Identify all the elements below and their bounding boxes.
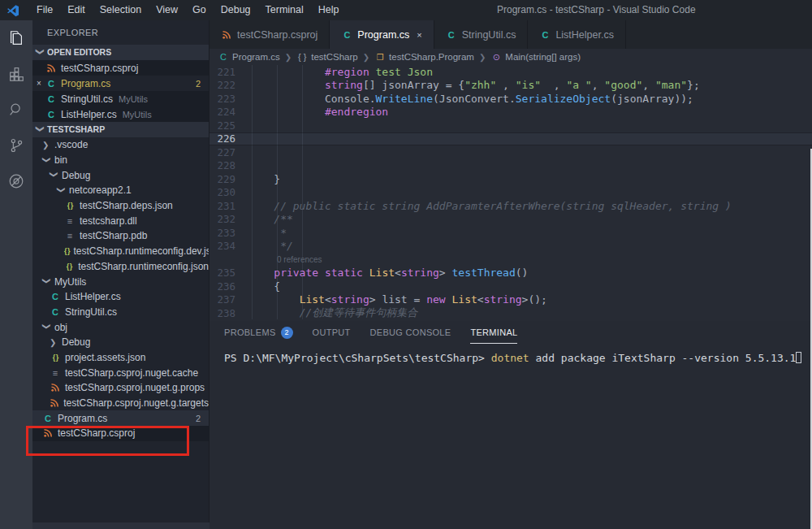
line-number: 233 bbox=[209, 227, 248, 239]
breadcrumb-item[interactable]: ❒testCSharp.Program bbox=[374, 52, 474, 62]
tree-item[interactable]: ❯netcoreapp2.1 bbox=[32, 183, 209, 198]
tree-item[interactable]: ❯obj bbox=[32, 319, 209, 335]
code-line[interactable]: 237 List<string> list = new List<string>… bbox=[209, 293, 812, 307]
chevron-down-icon: ❯ bbox=[42, 278, 51, 286]
tree-item-label: ListHelper.cs bbox=[65, 291, 121, 302]
code-line[interactable]: 236 { bbox=[209, 280, 812, 293]
extensions-icon[interactable] bbox=[0, 56, 32, 92]
tree-item[interactable]: { }testCSharp.deps.json bbox=[32, 198, 209, 214]
tab-listhelper.cs[interactable]: CListHelper.cs bbox=[528, 20, 626, 49]
open-editor-item[interactable]: CStringUtil.csMyUtils bbox=[32, 91, 209, 106]
tree-item[interactable]: { }testCSharp.runtimeconfig.json bbox=[32, 259, 209, 275]
tree-item[interactable]: ≡testCSharp.csproj.nuget.cache bbox=[32, 365, 209, 380]
code-line[interactable]: 227 bbox=[209, 145, 812, 159]
search-icon[interactable] bbox=[0, 92, 32, 128]
tree-item[interactable]: ≡testcsharp.dll bbox=[32, 213, 209, 228]
code-line[interactable]: 233 * bbox=[209, 226, 812, 240]
menu-file[interactable]: File bbox=[29, 0, 60, 20]
menu-help[interactable]: Help bbox=[311, 0, 347, 20]
open-editor-item[interactable]: ×CProgram.cs2 bbox=[32, 76, 209, 91]
token: new bbox=[426, 293, 445, 306]
panel-tab-output[interactable]: OUTPUT bbox=[313, 321, 351, 344]
tree-item[interactable]: { }project.assets.json bbox=[32, 350, 209, 366]
files-icon[interactable] bbox=[0, 20, 32, 56]
code-line[interactable]: 226 bbox=[209, 132, 812, 146]
tree-item-label: project.assets.json bbox=[65, 352, 145, 363]
debug-icon[interactable] bbox=[0, 163, 32, 199]
open-editors-header[interactable]: ❯ OPEN EDITORS bbox=[32, 45, 209, 60]
tab-stringutil.cs[interactable]: CStringUtil.cs bbox=[434, 20, 529, 49]
menu-go[interactable]: Go bbox=[185, 0, 214, 20]
code-line[interactable]: 221 #region test Json bbox=[209, 65, 812, 79]
code-line[interactable]: 222 string[] jsonArray = {"zhh" , "is" ,… bbox=[209, 79, 812, 93]
token: List bbox=[452, 293, 477, 306]
tree-item[interactable]: ❯Debug bbox=[32, 167, 209, 183]
open-editors-list: testCSharp.csproj×CProgram.cs2CStringUti… bbox=[32, 60, 209, 122]
open-editor-item[interactable]: testCSharp.csproj bbox=[32, 60, 209, 76]
code-line[interactable]: 230 bbox=[209, 186, 812, 200]
tree-item[interactable]: testCSharp.csproj.nuget.g.props bbox=[32, 380, 209, 396]
code-text: * bbox=[248, 227, 287, 239]
menu-view[interactable]: View bbox=[149, 0, 185, 20]
window-title: Program.cs - testCSharp - Visual Studio … bbox=[497, 0, 696, 20]
code-line[interactable]: 231 // public static string AddParamterA… bbox=[209, 199, 812, 213]
source-control-icon[interactable] bbox=[0, 128, 32, 163]
tree-item[interactable]: ❯Debug bbox=[32, 335, 209, 350]
code-editor[interactable]: 221 #region test Json222 string[] jsonAr… bbox=[209, 65, 812, 321]
tree-item[interactable]: ≡testCSharp.pdb bbox=[32, 228, 209, 244]
code-line[interactable]: 228 bbox=[209, 159, 812, 173]
token: List bbox=[369, 267, 395, 279]
breadcrumb-item[interactable]: CProgram.cs bbox=[218, 52, 280, 62]
code-line[interactable]: 229 } bbox=[209, 172, 812, 186]
tree-item[interactable]: CListHelper.cs bbox=[32, 289, 209, 305]
tree-item[interactable]: CProgram.cs2 bbox=[32, 410, 209, 426]
token bbox=[446, 293, 452, 306]
tree-item[interactable]: ❯MyUtils bbox=[32, 274, 209, 289]
code-line[interactable]: 225 bbox=[209, 119, 812, 132]
panel-tab-terminal[interactable]: TERMINAL bbox=[470, 321, 517, 344]
line-number: 222 bbox=[209, 79, 248, 91]
token: //创建等待事件句柄集合 bbox=[300, 306, 418, 319]
token: , bbox=[642, 79, 655, 91]
tree-item[interactable]: { }testCSharp.runtimeconfig.dev.json bbox=[32, 244, 209, 259]
code-line[interactable]: 224 #endregion bbox=[209, 106, 812, 119]
panel-tab-problems[interactable]: PROBLEMS2 bbox=[224, 321, 293, 344]
chevron-down-icon: ❯ bbox=[42, 323, 51, 332]
token: (jsonArray)); bbox=[611, 93, 693, 105]
token: [] jsonArray = { bbox=[363, 79, 464, 91]
csproj-file-icon bbox=[50, 398, 59, 408]
menu-debug[interactable]: Debug bbox=[214, 0, 258, 20]
csharp-file-icon: C bbox=[50, 307, 61, 317]
token: { bbox=[274, 280, 280, 293]
tree-item[interactable]: ❯.vscode bbox=[32, 137, 209, 153]
breadcrumb-item[interactable]: { }testCSharp bbox=[296, 52, 358, 62]
menu-edit[interactable]: Edit bbox=[60, 0, 93, 20]
code-line[interactable]: 232 /** bbox=[209, 213, 812, 227]
panel-tab-label: DEBUG CONSOLE bbox=[370, 327, 451, 337]
token: }; bbox=[687, 79, 700, 91]
tab-program.cs[interactable]: CProgram.cs× bbox=[330, 20, 434, 49]
menu-selection[interactable]: Selection bbox=[93, 0, 149, 20]
tree-item-label: MyUtils bbox=[54, 276, 86, 288]
tree-item[interactable]: testCSharp.csproj.nuget.g.targets bbox=[32, 396, 209, 411]
tab-testcsharp.csproj[interactable]: testCSharp.csproj bbox=[209, 20, 330, 49]
code-line[interactable]: 234 */ bbox=[209, 240, 812, 254]
code-line[interactable]: 238 //创建等待事件句柄集合 bbox=[209, 306, 812, 320]
csharp-file-icon: C bbox=[341, 30, 352, 40]
line-number: 230 bbox=[209, 186, 248, 198]
editor-tab-bar: testCSharp.csprojCProgram.cs×CStringUtil… bbox=[209, 20, 812, 49]
code-line[interactable]: 223 Console.WriteLine(JsonConvert.Serial… bbox=[209, 92, 812, 106]
breadcrumb-item[interactable]: ⊙Main(string[] args) bbox=[490, 52, 581, 63]
terminal-line[interactable]: PS D:\MF\MyProject\cSharpSets\testCSharp… bbox=[224, 352, 812, 364]
code-text: */ bbox=[248, 240, 293, 252]
tree-item-label: Debug bbox=[62, 170, 90, 181]
project-section-header[interactable]: ❯ TESTCSHARP bbox=[32, 122, 209, 137]
code-line[interactable]: 235 private static List<string> testThre… bbox=[209, 267, 812, 280]
token: #region bbox=[325, 66, 369, 78]
panel-tab-debug-console[interactable]: DEBUG CONSOLE bbox=[370, 321, 451, 344]
open-editor-item[interactable]: CListHelper.csMyUtils bbox=[32, 106, 209, 122]
menu-terminal[interactable]: Terminal bbox=[258, 0, 311, 20]
tree-item[interactable]: CStringUtil.cs bbox=[32, 305, 209, 320]
code-text: #region test Json bbox=[248, 66, 433, 78]
tree-item[interactable]: ❯bin bbox=[32, 153, 209, 168]
